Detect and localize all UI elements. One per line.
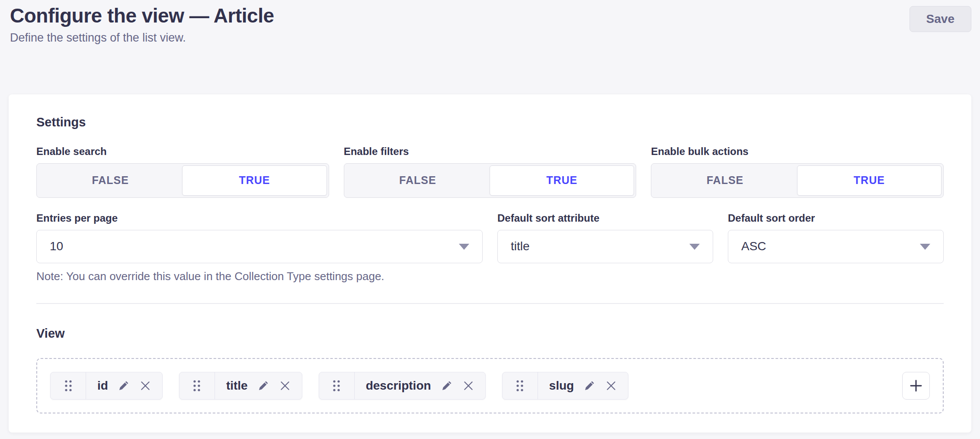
enable-bulk-actions-label: Enable bulk actions <box>651 145 944 158</box>
field-chip-slug: slug <box>502 372 629 400</box>
default-sort-order-field: Default sort order ASC <box>728 212 944 283</box>
default-sort-order-label: Default sort order <box>728 212 944 224</box>
field-chip-description: description <box>319 372 486 400</box>
edit-pencil-icon <box>118 380 130 391</box>
edit-pencil-icon <box>441 380 453 391</box>
field-chip-label: id <box>97 379 108 393</box>
close-icon <box>463 380 474 391</box>
entries-per-page-value: 10 <box>50 239 63 253</box>
enable-search-label: Enable search <box>36 145 329 158</box>
enable-filters-true-option[interactable]: TRUE <box>490 165 634 196</box>
drag-handle-icon <box>332 379 341 393</box>
enable-bulk-actions-field: Enable bulk actions FALSE TRUE <box>651 145 944 198</box>
drag-handle[interactable] <box>51 372 86 399</box>
default-sort-attribute-value: title <box>511 239 530 253</box>
plus-icon <box>909 379 923 393</box>
field-chip-title: title <box>179 372 302 400</box>
field-chip-label: title <box>226 379 248 393</box>
field-chip-label: description <box>366 379 431 393</box>
toggles-row: Enable search FALSE TRUE Enable filters … <box>36 145 944 198</box>
drag-handle-icon <box>515 379 525 393</box>
enable-filters-false-option[interactable]: FALSE <box>346 165 490 196</box>
enable-bulk-actions-true-option[interactable]: TRUE <box>797 165 942 196</box>
field-chip-id: id <box>50 372 163 400</box>
drag-handle-icon <box>192 379 202 393</box>
drag-handle-icon <box>64 379 73 393</box>
default-sort-attribute-field: Default sort attribute title <box>497 212 713 283</box>
default-sort-order-select[interactable]: ASC <box>728 230 944 263</box>
edit-field-button[interactable] <box>441 380 453 391</box>
field-chip-body: id <box>86 372 162 399</box>
close-icon <box>279 380 291 391</box>
drag-handle[interactable] <box>319 372 355 399</box>
enable-search-true-option[interactable]: TRUE <box>182 165 327 196</box>
page-subtitle: Define the settings of the list view. <box>10 31 971 45</box>
entries-per-page-field: Entries per page 10 Note: You can overri… <box>36 212 483 283</box>
settings-card: Settings Enable search FALSE TRUE Enable… <box>9 94 971 433</box>
edit-field-button[interactable] <box>118 380 130 391</box>
drag-handle[interactable] <box>179 372 215 399</box>
edit-pencil-icon <box>584 380 596 391</box>
field-chip-body: description <box>355 372 485 399</box>
close-icon <box>140 380 151 391</box>
enable-bulk-actions-false-option[interactable]: FALSE <box>653 165 797 196</box>
enable-search-field: Enable search FALSE TRUE <box>36 145 329 198</box>
page-title: Configure the view — Article <box>10 4 971 27</box>
enable-bulk-actions-toggle[interactable]: FALSE TRUE <box>651 163 944 198</box>
enable-filters-field: Enable filters FALSE TRUE <box>344 145 637 198</box>
close-icon <box>605 380 617 391</box>
add-field-button[interactable] <box>902 372 930 400</box>
entries-per-page-label: Entries per page <box>36 212 483 224</box>
drag-handle[interactable] <box>503 372 538 399</box>
field-chip-body: slug <box>538 372 628 399</box>
view-heading: View <box>36 326 944 341</box>
remove-field-button[interactable] <box>605 380 617 391</box>
field-chip-label: slug <box>549 379 574 393</box>
caret-down-icon <box>689 244 700 250</box>
remove-field-button[interactable] <box>140 380 151 391</box>
caret-down-icon <box>920 244 930 250</box>
enable-filters-toggle[interactable]: FALSE TRUE <box>344 163 637 198</box>
save-button[interactable]: Save <box>910 6 971 32</box>
selects-row: Entries per page 10 Note: You can overri… <box>36 212 944 283</box>
remove-field-button[interactable] <box>279 380 291 391</box>
settings-heading: Settings <box>36 115 944 129</box>
entries-per-page-select[interactable]: 10 <box>36 230 483 263</box>
enable-search-toggle[interactable]: FALSE TRUE <box>36 163 329 198</box>
default-sort-attribute-label: Default sort attribute <box>497 212 713 224</box>
section-divider <box>36 303 944 304</box>
edit-pencil-icon <box>258 380 269 391</box>
enable-filters-label: Enable filters <box>344 145 637 158</box>
enable-search-false-option[interactable]: FALSE <box>38 165 182 196</box>
page-header: Configure the view — Article Define the … <box>0 0 980 45</box>
entries-per-page-note: Note: You can override this value in the… <box>36 270 483 283</box>
field-chip-body: title <box>215 372 302 399</box>
edit-field-button[interactable] <box>258 380 269 391</box>
default-sort-order-value: ASC <box>741 239 766 253</box>
view-fields-drop-zone: id title <box>36 358 944 413</box>
edit-field-button[interactable] <box>584 380 596 391</box>
remove-field-button[interactable] <box>463 380 474 391</box>
caret-down-icon <box>459 244 469 250</box>
default-sort-attribute-select[interactable]: title <box>497 230 713 263</box>
